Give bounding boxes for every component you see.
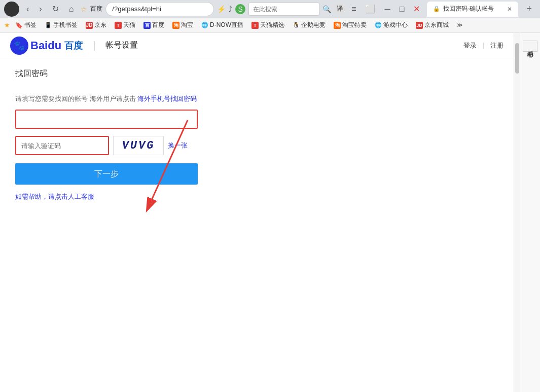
back-button[interactable]: ‹	[23, 3, 32, 16]
site-label: 百度	[90, 5, 102, 13]
star-icon: ★	[4, 21, 10, 29]
translate-icon: 译	[334, 4, 345, 14]
collections-button[interactable]: ⬜	[362, 2, 378, 16]
bookmark-more[interactable]: ≫	[454, 21, 466, 29]
forward-button[interactable]: ›	[36, 3, 45, 16]
side-help-panel: 帮助中心	[520, 33, 540, 392]
bookmark-tianmao-label: 天猫	[123, 21, 135, 29]
taobao-icon: 淘	[172, 22, 179, 29]
captcha-refresh-link[interactable]: 换一张	[168, 141, 188, 150]
bookmark-jd-label: 京东	[94, 21, 106, 29]
header-divider: |	[93, 40, 95, 51]
tianmao-icon: T	[115, 22, 122, 29]
jd-icon: JD	[86, 22, 93, 29]
du-text: du	[48, 39, 61, 52]
bookmark-qiepeng-label: 企鹅电竞	[301, 21, 326, 29]
minimize-button[interactable]: ─	[381, 3, 393, 16]
next-button[interactable]: 下一步	[15, 163, 198, 185]
baidu-logo: 🐾 Baidu	[10, 37, 61, 55]
username-input[interactable]	[15, 110, 198, 129]
address-bar-container: ☆ 百度 ⚡ ⤴ S 🔍 译 ≡ ⬜ ─ □ ✕	[81, 2, 423, 16]
bookmark-jd-mall[interactable]: JD 京东商城	[413, 20, 452, 30]
favorite-icon: ☆	[81, 5, 87, 13]
bookmark-game-label: 游戏中心	[383, 21, 408, 29]
captcha-input[interactable]	[15, 136, 109, 155]
share-icon: ⤴	[229, 5, 232, 13]
scrollbar[interactable]	[514, 33, 520, 392]
bookmark-shujian[interactable]: 🔖 书签	[12, 20, 40, 30]
mobile-icon: 📱	[45, 22, 52, 28]
qiepeng-icon: 🐧	[293, 22, 300, 28]
page-content: 🐾 Baidu 百度 | 帐号设置 登录 | 注册	[0, 33, 514, 392]
bookmark-taobao[interactable]: 淘 淘宝	[169, 20, 196, 30]
bookmark-tianmao-select[interactable]: T 天猫精选	[248, 20, 287, 30]
login-link[interactable]: 登录	[463, 41, 477, 50]
address-input[interactable]	[105, 2, 214, 16]
tab-close-icon[interactable]: ✕	[507, 6, 512, 13]
foreign-link[interactable]: 海外手机号找回密码	[137, 95, 197, 102]
active-tab[interactable]: 🔒 找回密码-确认帐号 ✕	[427, 2, 518, 17]
form-desc-text: 请填写您需要找回的帐号 海外用户请点击	[15, 95, 136, 102]
bai-text: Bai	[30, 39, 48, 52]
tab-favicon: 🔒	[433, 6, 440, 12]
search-input[interactable]	[248, 3, 319, 16]
reload-button[interactable]: ↻	[49, 2, 62, 16]
scrollbar-thumb[interactable]	[515, 43, 519, 74]
jd2-icon: JD	[416, 22, 423, 29]
baidu-cn-text: 百度	[64, 40, 83, 52]
register-link[interactable]: 注册	[490, 41, 503, 50]
page-area: 🐾 Baidu 百度 | 帐号设置 登录 | 注册	[0, 33, 540, 392]
page-title: 找回密码	[15, 68, 498, 79]
bookmark-mobile[interactable]: 📱 手机书签	[42, 20, 81, 30]
close-button[interactable]: ✕	[410, 2, 423, 16]
header-links: 登录 | 注册	[463, 41, 503, 50]
bookmark-icon: 🔖	[15, 22, 23, 29]
baidu-header: 🐾 Baidu 百度 | 帐号设置 登录 | 注册	[0, 33, 514, 58]
bookmark-qiepeng[interactable]: 🐧 企鹅电竞	[290, 20, 329, 30]
game-icon: 🌐	[375, 22, 382, 28]
baidu-logo-area: 🐾 Baidu 百度 | 帐号设置	[10, 37, 138, 55]
globe-icon: 🌐	[201, 22, 208, 28]
baidu-bm-icon: 百	[143, 22, 151, 29]
captcha-text: VUVG	[122, 139, 155, 152]
bookmark-tianmao[interactable]: T 天猫	[112, 20, 138, 30]
title-bar: ‹ › ↻ ⌂ ☆ 百度 ⚡ ⤴ S 🔍 译 ≡ ⬜ ─ □ ✕ 🔒 找回密码-…	[0, 0, 540, 18]
help-link[interactable]: 如需帮助，请点击人工客服	[15, 193, 94, 200]
maximize-button[interactable]: □	[397, 3, 408, 16]
bookmark-taobao-sale-label: 淘宝特卖	[342, 21, 367, 29]
menu-button[interactable]: ≡	[348, 3, 359, 16]
search-icon: 🔍	[322, 5, 331, 13]
profile-avatar	[4, 2, 19, 17]
help-center-button[interactable]: 帮助中心	[523, 41, 537, 52]
bookmark-baidu[interactable]: 百 百度	[140, 20, 167, 30]
tianmao2-icon: T	[251, 22, 259, 29]
bookmark-dnow-label: D-NOW直播	[210, 21, 243, 29]
paw-symbol: 🐾	[14, 40, 25, 51]
bookmark-taobao-label: 淘宝	[181, 21, 193, 29]
page-main: 找回密码 请填写您需要找回的帐号 海外用户请点击 海外手机号找回密码 VUVG	[0, 58, 514, 217]
bookmark-taobao-sale[interactable]: 淘 淘宝特卖	[331, 20, 370, 30]
bookmark-game[interactable]: 🌐 游戏中心	[372, 20, 411, 30]
form-description: 请填写您需要找回的帐号 海外用户请点击 海外手机号找回密码	[15, 94, 498, 103]
bookmark-dnow[interactable]: 🌐 D-NOW直播	[198, 20, 246, 30]
home-button[interactable]: ⌂	[66, 3, 77, 16]
header-sep: |	[483, 41, 484, 50]
captcha-image: VUVG	[113, 136, 164, 155]
new-tab-button[interactable]: +	[522, 4, 536, 14]
baidu-page: 🐾 Baidu 百度 | 帐号设置 登录 | 注册	[0, 33, 514, 392]
account-setting-label: 帐号设置	[105, 40, 138, 51]
more-icon: ≫	[457, 22, 463, 28]
bookmark-jd-mall-label: 京东商城	[424, 21, 449, 29]
form-area: 请填写您需要找回的帐号 海外用户请点击 海外手机号找回密码 VUVG 换一张 下…	[15, 89, 498, 206]
captcha-row: VUVG 换一张	[15, 136, 498, 155]
bookmark-tianmao-select-label: 天猫精选	[260, 21, 284, 29]
lightning-icon: ⚡	[217, 5, 226, 13]
bookmark-mobile-label: 手机书签	[53, 21, 78, 29]
bookmark-label: 书签	[24, 21, 37, 29]
bookmark-jd[interactable]: JD 京东	[83, 20, 110, 30]
bookmark-baidu-label: 百度	[152, 21, 164, 29]
bookmarks-bar: ★ 🔖 书签 📱 手机书签 JD 京东 T 天猫 百 百度 淘 淘宝 🌐 D-N…	[0, 18, 540, 33]
tab-label: 找回密码-确认帐号	[443, 5, 494, 13]
taobao2-icon: 淘	[334, 22, 341, 29]
s-icon: S	[235, 4, 245, 14]
